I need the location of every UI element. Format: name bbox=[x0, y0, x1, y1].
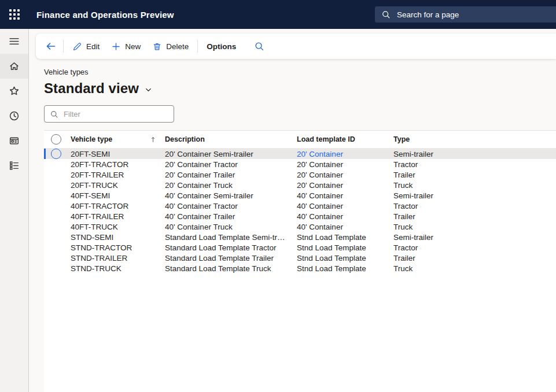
description-cell[interactable]: Standard Load Template Trailer bbox=[165, 254, 297, 262]
select-all-radio[interactable] bbox=[51, 134, 61, 145]
app-title: Finance and Operations Preview bbox=[36, 10, 174, 20]
nav-recent-button[interactable] bbox=[0, 103, 28, 128]
nav-modules-button[interactable] bbox=[0, 153, 28, 178]
load-template-id-cell[interactable]: Stnd Load Template bbox=[297, 264, 393, 273]
load-template-id-cell[interactable]: 20' Container bbox=[297, 181, 393, 190]
vehicle-type-cell[interactable]: STND-TRACTOR bbox=[71, 243, 165, 252]
type-cell[interactable]: Truck bbox=[393, 223, 556, 231]
row-select-cell[interactable] bbox=[44, 242, 71, 253]
description-cell[interactable]: 20' Container Trailer bbox=[165, 171, 297, 179]
row-select-cell[interactable] bbox=[44, 159, 71, 169]
description-cell[interactable]: 40' Container Tractor bbox=[165, 202, 297, 210]
description-cell[interactable]: 40' Container Semi-trailer bbox=[165, 191, 297, 200]
row-select-cell[interactable] bbox=[44, 263, 71, 273]
type-cell[interactable]: Truck bbox=[393, 264, 556, 273]
column-header-type[interactable]: Type bbox=[393, 135, 556, 143]
table-row[interactable]: 40FT-SEMI 40' Container Semi-trailer 40'… bbox=[44, 190, 556, 201]
column-header-description[interactable]: Description bbox=[165, 135, 297, 143]
vehicle-type-cell[interactable]: 20FT-TRUCK bbox=[71, 181, 165, 190]
row-select-cell[interactable] bbox=[44, 201, 71, 211]
row-select-cell[interactable] bbox=[44, 149, 71, 159]
type-cell[interactable]: Trailer bbox=[393, 254, 556, 262]
action-pane: Edit New Delete Options bbox=[36, 34, 556, 59]
type-cell[interactable]: Trailer bbox=[393, 212, 556, 221]
load-template-id-cell[interactable]: Stnd Load Template bbox=[297, 243, 393, 252]
page-search-box[interactable] bbox=[375, 6, 556, 23]
select-all-cell[interactable] bbox=[44, 134, 71, 145]
app-launcher-button[interactable] bbox=[0, 0, 29, 29]
type-cell[interactable]: Semi-trailer bbox=[393, 191, 556, 200]
load-template-id-cell[interactable]: 40' Container bbox=[297, 212, 393, 221]
type-cell[interactable]: Tractor bbox=[393, 202, 556, 210]
toolbar-search-button[interactable] bbox=[250, 37, 268, 56]
row-radio[interactable] bbox=[51, 149, 61, 159]
load-template-id-cell[interactable]: 40' Container bbox=[297, 223, 393, 231]
type-cell[interactable]: Semi-trailer bbox=[393, 150, 556, 158]
type-cell[interactable]: Semi-trailer bbox=[393, 233, 556, 242]
grid-filter-input[interactable] bbox=[62, 109, 168, 119]
row-select-cell[interactable] bbox=[44, 232, 71, 242]
table-row[interactable]: STND-TRAILER Standard Load Template Trai… bbox=[44, 253, 556, 263]
edit-button[interactable]: Edit bbox=[67, 37, 105, 56]
nav-favorites-button[interactable] bbox=[0, 79, 28, 103]
vehicle-type-cell[interactable]: STND-SEMI bbox=[71, 233, 165, 242]
table-row[interactable]: 20FT-TRACTOR 20' Container Tractor 20' C… bbox=[44, 159, 556, 169]
page-search-input[interactable] bbox=[396, 10, 556, 20]
table-row[interactable]: STND-TRUCK Standard Load Template Truck … bbox=[44, 263, 556, 273]
description-cell[interactable]: Standard Load Template Truck bbox=[165, 264, 297, 273]
vehicle-type-cell[interactable]: 40FT-TRAILER bbox=[71, 212, 165, 221]
load-template-id-cell[interactable]: Stnd Load Template bbox=[297, 254, 393, 262]
nav-expand-button[interactable] bbox=[0, 29, 28, 54]
table-row[interactable]: STND-SEMI Standard Load Template Semi-tr… bbox=[44, 232, 556, 242]
vehicle-type-cell[interactable]: 40FT-TRACTOR bbox=[71, 202, 165, 210]
nav-home-button[interactable] bbox=[0, 54, 28, 79]
row-select-cell[interactable] bbox=[44, 169, 71, 180]
options-menu-button[interactable]: Options bbox=[201, 37, 242, 56]
back-button[interactable] bbox=[42, 37, 60, 56]
type-cell[interactable]: Tractor bbox=[393, 243, 556, 252]
description-cell[interactable]: Standard Load Template Tractor bbox=[165, 243, 297, 252]
table-row[interactable]: 20FT-TRUCK 20' Container Truck 20' Conta… bbox=[44, 180, 556, 190]
vehicle-type-cell[interactable]: 20FT-SEMI bbox=[71, 150, 165, 158]
description-cell[interactable]: 20' Container Semi-trailer bbox=[165, 150, 297, 158]
type-cell[interactable]: Trailer bbox=[393, 171, 556, 179]
table-row[interactable]: 40FT-TRACTOR 40' Container Tractor 40' C… bbox=[44, 201, 556, 211]
load-template-id-cell[interactable]: 40' Container bbox=[297, 202, 393, 210]
description-cell[interactable]: 20' Container Tractor bbox=[165, 160, 297, 169]
type-cell[interactable]: Truck bbox=[393, 181, 556, 190]
vehicle-type-cell[interactable]: 20FT-TRACTOR bbox=[71, 160, 165, 169]
row-select-cell[interactable] bbox=[44, 221, 71, 232]
home-icon bbox=[8, 60, 20, 72]
vehicle-type-cell[interactable]: 40FT-TRUCK bbox=[71, 223, 165, 231]
nav-workspaces-button[interactable] bbox=[0, 128, 28, 153]
description-cell[interactable]: 20' Container Truck bbox=[165, 181, 297, 190]
delete-button[interactable]: Delete bbox=[146, 37, 194, 56]
load-template-id-cell[interactable]: 20' Container bbox=[297, 160, 393, 169]
type-cell[interactable]: Tractor bbox=[393, 160, 556, 169]
vehicle-type-cell[interactable]: STND-TRAILER bbox=[71, 254, 165, 262]
column-header-load-template-id[interactable]: Load template ID bbox=[297, 135, 393, 143]
table-row[interactable]: 20FT-SEMI 20' Container Semi-trailer 20'… bbox=[44, 149, 556, 159]
view-selector[interactable]: Standard view bbox=[44, 80, 153, 97]
table-row[interactable]: STND-TRACTOR Standard Load Template Trac… bbox=[44, 242, 556, 253]
load-template-id-cell[interactable]: 20' Container bbox=[297, 171, 393, 179]
table-row[interactable]: 40FT-TRUCK 40' Container Truck 40' Conta… bbox=[44, 221, 556, 232]
description-cell[interactable]: Standard Load Template Semi-tr… bbox=[165, 233, 297, 242]
load-template-id-cell[interactable]: 20' Container bbox=[297, 150, 393, 158]
row-select-cell[interactable] bbox=[44, 211, 71, 221]
load-template-id-cell[interactable]: 40' Container bbox=[297, 191, 393, 200]
vehicle-type-cell[interactable]: STND-TRUCK bbox=[71, 264, 165, 273]
table-row[interactable]: 40FT-TRAILER 40' Container Trailer 40' C… bbox=[44, 211, 556, 221]
column-header-vehicle-type[interactable]: Vehicle type bbox=[71, 135, 165, 143]
row-select-cell[interactable] bbox=[44, 180, 71, 190]
new-button[interactable]: New bbox=[105, 37, 146, 56]
vehicle-type-cell[interactable]: 40FT-SEMI bbox=[71, 191, 165, 200]
row-select-cell[interactable] bbox=[44, 253, 71, 263]
description-cell[interactable]: 40' Container Trailer bbox=[165, 212, 297, 221]
vehicle-type-cell[interactable]: 20FT-TRAILER bbox=[71, 171, 165, 179]
table-row[interactable]: 20FT-TRAILER 20' Container Trailer 20' C… bbox=[44, 169, 556, 180]
load-template-id-cell[interactable]: Stnd Load Template bbox=[297, 233, 393, 242]
grid-filter-box[interactable] bbox=[44, 105, 174, 123]
row-select-cell[interactable] bbox=[44, 190, 71, 201]
description-cell[interactable]: 40' Container Truck bbox=[165, 223, 297, 231]
